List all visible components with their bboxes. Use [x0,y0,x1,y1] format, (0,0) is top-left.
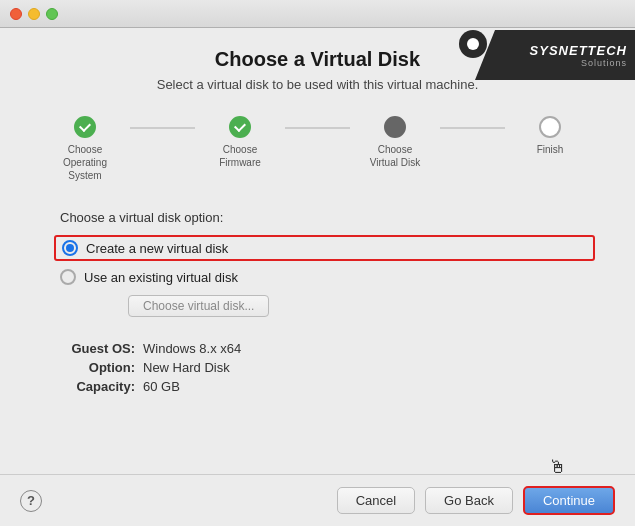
radio-new-disk[interactable] [62,240,78,256]
info-row-option: Option: New Hard Disk [60,360,595,375]
minimize-button[interactable] [28,8,40,20]
go-back-button[interactable]: Go Back [425,487,513,514]
info-row-capacity: Capacity: 60 GB [60,379,595,394]
info-value-option: New Hard Disk [143,360,230,375]
info-value-guest-os: Windows 8.x x64 [143,341,241,356]
choose-disk-button[interactable]: Choose virtual disk... [128,295,269,317]
watermark: SYSNETTECH Solutions [475,30,635,80]
maximize-button[interactable] [46,8,58,20]
bottom-right-buttons: Cancel Go Back Continue [337,486,615,515]
step-choose-os: ChooseOperatingSystem [40,116,130,182]
info-value-capacity: 60 GB [143,379,180,394]
continue-button[interactable]: Continue [523,486,615,515]
choose-disk-container: Choose virtual disk... [84,293,595,317]
option-existing-disk[interactable]: Use an existing virtual disk [60,269,595,285]
traffic-lights [10,8,58,20]
main-content: Choose a Virtual Disk Select a virtual d… [0,28,635,418]
step-circle-2 [229,116,251,138]
option-new-disk-label: Create a new virtual disk [86,241,228,256]
connector-1 [130,127,195,129]
step-virtual-disk: ChooseVirtual Disk [350,116,440,169]
help-button[interactable]: ? [20,490,42,512]
step-circle-3 [384,116,406,138]
step-label-2: ChooseFirmware [219,143,261,169]
watermark-subtitle: Solutions [581,58,627,68]
connector-2 [285,127,350,129]
step-label-3: ChooseVirtual Disk [370,143,420,169]
cancel-button[interactable]: Cancel [337,487,415,514]
connector-3 [440,127,505,129]
bottom-bar: ? Cancel Go Back Continue [0,474,635,526]
watermark-brand: SYSNETTECH [530,43,627,58]
option-existing-disk-label: Use an existing virtual disk [84,270,238,285]
info-section: Guest OS: Windows 8.x x64 Option: New Ha… [60,341,595,394]
info-label-capacity: Capacity: [60,379,135,394]
title-bar [0,0,635,28]
info-row-guest-os: Guest OS: Windows 8.x x64 [60,341,595,356]
info-label-option: Option: [60,360,135,375]
step-label-4: Finish [537,143,564,156]
info-label-guest-os: Guest OS: [60,341,135,356]
step-label-1: ChooseOperatingSystem [63,143,107,182]
option-new-disk[interactable]: Create a new virtual disk [54,235,595,261]
step-circle-1 [74,116,96,138]
watermark-eye [459,30,487,58]
step-firmware: ChooseFirmware [195,116,285,169]
step-finish: Finish [505,116,595,156]
steps-progress: ChooseOperatingSystem ChooseFirmware Cho… [40,116,595,182]
step-circle-4 [539,116,561,138]
close-button[interactable] [10,8,22,20]
radio-existing-disk[interactable] [60,269,76,285]
section-label: Choose a virtual disk option: [60,210,595,225]
